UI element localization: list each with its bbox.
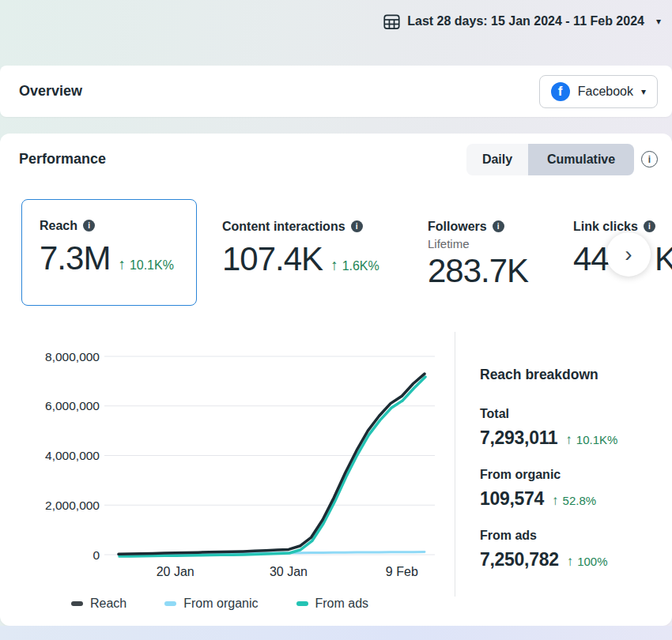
metric-sublabel: Lifetime [428, 237, 528, 250]
metric-label: Followers [428, 220, 487, 233]
page-background-strip [0, 626, 672, 640]
up-arrow-icon: ↑ [565, 432, 572, 448]
svg-text:9 Feb: 9 Feb [386, 565, 418, 578]
svg-text:2,000,000: 2,000,000 [45, 499, 100, 512]
breakdown-row-ads: From ads 7,250,782 ↑ 100% [480, 529, 666, 570]
section-title: Performance [19, 151, 106, 168]
date-range-label: Last 28 days: 15 Jan 2024 - 11 Feb 2024 [407, 14, 644, 28]
svg-text:20 Jan: 20 Jan [157, 565, 194, 578]
legend-dash-icon [164, 601, 176, 606]
breakdown-delta: ↑ 100% [567, 554, 608, 570]
breakdown-delta: ↑ 10.1K% [565, 432, 617, 448]
calendar-icon [383, 13, 400, 30]
legend-label: From ads [315, 597, 369, 611]
metric-value-partial-suffix: K [655, 240, 672, 278]
svg-text:4,000,000: 4,000,000 [45, 449, 100, 462]
breakdown-row-organic: From organic 109,574 ↑ 52.8% [480, 468, 666, 510]
page-selector-button[interactable]: f Facebook ▾ [539, 75, 658, 108]
page-title: Overview [19, 66, 82, 117]
svg-text:6,000,000: 6,000,000 [45, 399, 100, 412]
breakdown-title: Reach breakdown [480, 367, 666, 383]
facebook-icon: f [551, 82, 570, 101]
reach-breakdown-panel: Reach breakdown Total 7,293,011 ↑ 10.1K%… [480, 367, 666, 589]
chart-legend: ReachFrom organicFrom ads [71, 597, 368, 611]
metric-card-followers[interactable]: Followersi Lifetime 283.7K [428, 220, 528, 290]
legend-dash-icon [296, 601, 308, 606]
info-icon[interactable]: i [644, 220, 655, 232]
breakdown-row-total: Total 7,293,011 ↑ 10.1K% [480, 407, 666, 449]
overview-bar: Overview f Facebook ▾ [0, 66, 672, 117]
legend-item-reach: Reach [71, 597, 126, 611]
svg-text:0: 0 [92, 548, 100, 562]
top-bar: Last 28 days: 15 Jan 2024 - 11 Feb 2024 … [0, 0, 672, 66]
metric-card-content-interactions[interactable]: Content interactionsi 107.4K ↑ 1.6K% [222, 220, 379, 278]
page-selector-label: Facebook [578, 85, 633, 99]
metric-card-reach[interactable]: Reachi 7.3M ↑ 10.1K% [21, 199, 197, 306]
breakdown-delta: ↑ 52.8% [552, 493, 596, 509]
date-range-selector[interactable]: Last 28 days: 15 Jan 2024 - 11 Feb 2024 … [383, 10, 661, 32]
legend-item-from-organic: From organic [164, 597, 258, 611]
up-arrow-icon: ↑ [330, 257, 338, 274]
up-arrow-icon: ↑ [118, 256, 126, 273]
metric-value: 283.7K [428, 252, 528, 290]
info-icon[interactable]: i [83, 220, 95, 232]
up-arrow-icon: ↑ [567, 554, 574, 570]
legend-item-from-ads: From ads [296, 597, 369, 611]
svg-text:8,000,000: 8,000,000 [45, 350, 100, 363]
metric-value-partial: 44 [573, 240, 609, 277]
info-icon[interactable]: i [493, 220, 504, 232]
legend-label: From organic [183, 597, 258, 611]
breakdown-value: 109,574 [480, 488, 544, 510]
info-icon[interactable]: i [351, 220, 363, 232]
daily-cumulative-toggle: Daily Cumulative [466, 144, 634, 175]
up-arrow-icon: ↑ [552, 493, 559, 509]
chevron-down-icon: ▾ [641, 87, 646, 96]
reach-line-chart: 02,000,0004,000,0006,000,0008,000,00020 … [16, 340, 452, 593]
metric-label: Reach [40, 219, 77, 232]
performance-card: Performance Daily Cumulative i Reachi 7.… [0, 134, 672, 626]
vertical-divider [455, 332, 455, 597]
breakdown-value: 7,293,011 [480, 427, 557, 449]
metric-delta: ↑ 10.1K% [118, 256, 174, 273]
metric-label: Link clicks [573, 220, 638, 233]
next-cards-button[interactable]: › [606, 232, 651, 277]
toggle-daily[interactable]: Daily [466, 144, 528, 175]
metric-value: 107.4K [222, 240, 323, 278]
legend-dash-icon [71, 601, 83, 606]
metric-label: Content interactions [222, 220, 345, 233]
metric-delta: ↑ 1.6K% [330, 257, 379, 274]
info-icon[interactable]: i [641, 151, 658, 168]
breakdown-value: 7,250,782 [480, 549, 559, 570]
toggle-cumulative[interactable]: Cumulative [528, 144, 634, 175]
metric-value: 7.3M [40, 239, 110, 277]
svg-text:30 Jan: 30 Jan [270, 565, 308, 578]
chevron-down-icon: ▾ [656, 17, 661, 26]
legend-label: Reach [90, 597, 126, 611]
